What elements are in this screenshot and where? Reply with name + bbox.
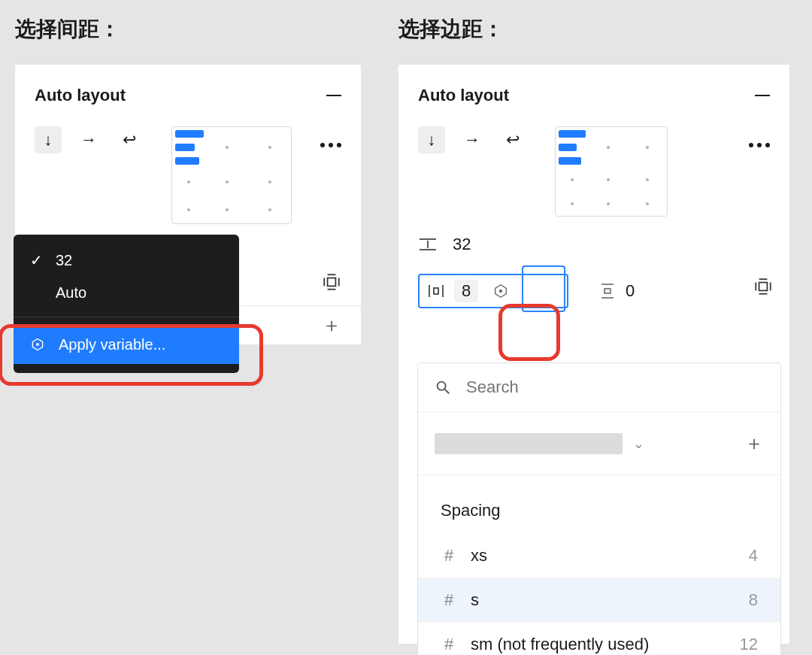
vertical-padding-field[interactable]: 0 (591, 277, 642, 305)
svg-rect-0 (328, 278, 336, 287)
variable-name: sm (not frequently used) (471, 635, 649, 654)
collapse-icon[interactable] (755, 95, 770, 96)
variable-value: 4 (749, 546, 758, 566)
vertical-padding-value[interactable]: 0 (626, 281, 635, 301)
panel-title: Auto layout (35, 86, 126, 105)
horizontal-padding-value[interactable]: 8 (454, 280, 478, 302)
svg-point-23 (438, 382, 446, 390)
collection-filter-chip[interactable] (435, 433, 623, 454)
apply-variable-label: Apply variable... (59, 336, 165, 353)
direction-wrap-button[interactable]: ↩ (499, 126, 526, 153)
variable-picker-popup: ⌄ ＋ Spacing # xs 4 # s 8 # sm (not frequ… (417, 362, 781, 655)
variable-name: s (471, 590, 479, 610)
variable-icon-focus (522, 265, 565, 312)
hash-icon: # (441, 635, 457, 654)
svg-point-6 (37, 344, 39, 346)
alignment-grid[interactable] (555, 126, 668, 217)
individual-padding-icon[interactable] (322, 272, 341, 292)
spacing-option-32[interactable]: ✓ 32 (14, 244, 239, 277)
variable-item-s[interactable]: # s 8 (418, 578, 780, 623)
hash-icon: # (441, 590, 457, 610)
panel-title: Auto layout (418, 86, 509, 105)
horizontal-padding-icon (427, 282, 445, 300)
collapse-icon[interactable] (326, 95, 341, 96)
svg-line-24 (445, 390, 450, 394)
direction-vertical-button[interactable]: ↓ (35, 126, 62, 153)
gap-value[interactable]: 32 (453, 235, 471, 254)
variable-section-title: Spacing (418, 475, 780, 534)
apply-variable-option[interactable]: Apply variable... (14, 325, 239, 364)
chevron-down-icon: ⌄ (633, 435, 644, 452)
left-column-title: 选择间距： (15, 15, 361, 44)
spacing-option-label: 32 (56, 252, 72, 269)
plus-icon[interactable]: ＋ (322, 312, 341, 338)
direction-horizontal-button[interactable]: → (75, 126, 102, 153)
more-options-icon[interactable] (320, 143, 341, 147)
svg-rect-18 (759, 283, 768, 291)
hash-icon: # (441, 546, 457, 566)
spacing-option-label: Auto (56, 284, 86, 302)
individual-padding-icon[interactable] (753, 277, 773, 296)
right-column-title: 选择边距： (398, 15, 789, 44)
variable-search-input[interactable] (465, 377, 764, 398)
search-icon (435, 379, 451, 396)
create-variable-button[interactable]: ＋ (744, 430, 764, 456)
variable-name: xs (471, 546, 487, 566)
variable-icon[interactable] (492, 282, 510, 300)
direction-wrap-button[interactable]: ↩ (116, 126, 143, 153)
horizontal-padding-field[interactable]: 8 (418, 274, 568, 308)
auto-layout-panel-right: Auto layout ↓ → ↩ (398, 65, 789, 644)
vertical-padding-icon (598, 282, 617, 300)
gap-icon (418, 237, 438, 252)
alignment-grid[interactable] (171, 126, 292, 224)
direction-vertical-button[interactable]: ↓ (418, 126, 445, 153)
svg-rect-17 (604, 289, 611, 293)
spacing-option-auto[interactable]: Auto (14, 277, 239, 309)
variable-value: 8 (749, 590, 758, 610)
spacing-dropdown: ✓ 32 Auto Apply variable... (14, 235, 239, 373)
direction-horizontal-button[interactable]: → (459, 126, 486, 153)
variable-icon (29, 335, 47, 353)
variable-item-sm[interactable]: # sm (not frequently used) 12 (418, 623, 780, 655)
svg-point-14 (500, 290, 502, 293)
gap-row: 32 (418, 235, 770, 254)
annotation-highlight (498, 304, 560, 361)
more-options-icon[interactable] (749, 143, 770, 147)
variable-item-xs[interactable]: # xs 4 (418, 534, 780, 578)
variable-value: 12 (740, 635, 758, 654)
check-icon: ✓ (29, 251, 44, 269)
svg-rect-12 (434, 288, 438, 294)
auto-layout-panel-left: Auto layout ↓ → ↩ (15, 65, 361, 344)
